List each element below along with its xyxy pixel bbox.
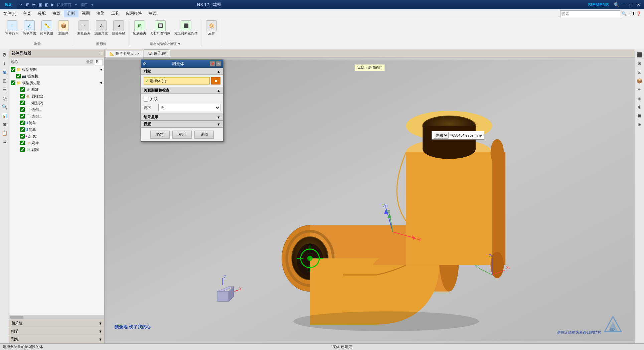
right-sb-icon3[interactable]: ⊡: [636, 68, 644, 76]
closed-space-btn[interactable]: ⬛ 完全封闭空间体: [173, 20, 199, 36]
left-sb-link-icon[interactable]: ⊕: [1, 120, 9, 128]
dlg-section-object[interactable]: 对象 ▲: [141, 68, 223, 75]
tree-row-law[interactable]: ⊞ 规律: [9, 140, 104, 146]
qa-more-icon[interactable]: ☰: [32, 2, 36, 7]
right-sb-icon7[interactable]: ⊕: [636, 103, 644, 111]
tree-check-edge1[interactable]: [20, 107, 25, 112]
tree-expand-model-view[interactable]: ▼: [100, 68, 103, 71]
tree-row-rect[interactable]: □ 矩形(2): [9, 100, 104, 106]
simple-angle-btn[interactable]: ∠ 筒单角度: [21, 20, 37, 36]
right-sb-icon6[interactable]: ◈: [636, 94, 644, 102]
menu-home[interactable]: 主页: [20, 10, 34, 17]
qa-extra-icon[interactable]: ▶: [51, 2, 54, 7]
qa-copy-icon[interactable]: ⊞: [26, 2, 29, 7]
tree-row-simple2[interactable]: U 简单: [9, 126, 104, 133]
dlg-requirement-select[interactable]: 无: [158, 104, 220, 111]
right-sb-icon8[interactable]: ▣: [636, 112, 644, 120]
close-button[interactable]: ✕: [635, 2, 641, 7]
tree-row-edge2[interactable]: ⌒ 边倒...: [9, 113, 104, 120]
measure-angle-btn[interactable]: ∠ 测量角度: [93, 20, 109, 36]
tree-row-edge1[interactable]: ⌒ 边倒...: [9, 106, 104, 113]
tree-check-rect[interactable]: [20, 101, 25, 105]
tree-row-simple1[interactable]: U 简单: [9, 120, 104, 126]
measure-radius-btn[interactable]: ⌀ 层部半径: [111, 20, 127, 36]
right-sb-icon5[interactable]: ✏: [636, 85, 644, 94]
pn-search-input[interactable]: [95, 59, 103, 65]
menu-tools[interactable]: 工具: [108, 10, 123, 17]
menu-view[interactable]: 视图: [78, 10, 93, 17]
dlg-associate-check[interactable]: [144, 97, 148, 102]
tree-row-point[interactable]: + 点 (0): [9, 133, 104, 140]
measure-distance-btn[interactable]: ↔ 测量距离: [76, 20, 92, 36]
tree-check-simple1[interactable]: [20, 121, 25, 125]
left-sb-search-icon[interactable]: 🔍: [1, 103, 9, 111]
pn-accordion-preview[interactable]: 预览 ▼: [9, 335, 104, 343]
pn-hscroll-thumb[interactable]: [10, 316, 23, 319]
right-sb-icon2[interactable]: ⊕: [636, 59, 644, 67]
tab-part1[interactable]: 📐 拐角卡座.prt ✕: [106, 50, 143, 57]
minimize-button[interactable]: —: [621, 2, 627, 7]
tree-check-point[interactable]: [20, 134, 25, 139]
tree-row-camera[interactable]: 📷 摄像机: [9, 73, 104, 79]
tree-check-law[interactable]: [20, 141, 25, 145]
tree-check-copy[interactable]: [20, 147, 25, 152]
left-sb-arrow-icon[interactable]: ↕: [1, 59, 9, 67]
tree-row-datum[interactable]: ⊕ 基准: [9, 86, 104, 93]
pn-accordion-detail[interactable]: 细节 ▼: [9, 327, 104, 335]
pn-maximize-icon[interactable]: □: [100, 51, 102, 56]
extend-distance-btn[interactable]: ⊞ 延展距离: [132, 20, 148, 36]
measure-dialog-close-btn[interactable]: ✕: [216, 61, 221, 66]
tree-check-model-view[interactable]: [11, 67, 15, 72]
tree-check-cylinder[interactable]: [20, 94, 25, 99]
dlg-object-type-icon[interactable]: ■: [211, 77, 220, 84]
measure-dialog-title[interactable]: ⟳ 测量体 📌 ✕: [141, 60, 223, 68]
tree-row-copy[interactable]: ⊟ 副制: [9, 146, 104, 153]
qa-split-icon[interactable]: ◧: [45, 2, 48, 7]
dlg-apply-btn[interactable]: 应用: [172, 131, 192, 139]
tree-check-camera[interactable]: [16, 74, 21, 78]
dlg-section-assoc[interactable]: 关联测量和检查 ▲: [141, 87, 223, 94]
tree-row-history[interactable]: 📁 模型历史记 ▼: [9, 79, 104, 86]
tree-row-cylinder[interactable]: ◎ 圆柱(1): [9, 93, 104, 100]
left-sb-chart-icon[interactable]: 📊: [1, 112, 9, 120]
simple-distance-btn[interactable]: ↔ 筒单距离: [4, 20, 20, 36]
tree-row-model-view[interactable]: 📁 模型视图 ▼: [9, 66, 104, 73]
tree-check-history[interactable]: [11, 80, 15, 85]
dlg-cancel-btn[interactable]: 取消: [194, 131, 214, 139]
measure-type-select[interactable]: 体积: [434, 132, 449, 139]
menu-extra-btn1[interactable]: □: [628, 11, 630, 16]
maximize-button[interactable]: □: [628, 2, 634, 7]
reflect-btn[interactable]: 🔆 反射: [204, 20, 219, 36]
right-sb-icon9[interactable]: ⊞: [636, 120, 644, 128]
left-sb-add-icon[interactable]: ⊕: [1, 68, 9, 76]
qa-window-icon[interactable]: ▣: [38, 2, 42, 7]
left-sb-target-icon[interactable]: ◎: [1, 94, 9, 102]
pn-hscroll[interactable]: [9, 315, 104, 319]
left-sb-minus-icon[interactable]: ⊡: [1, 77, 9, 85]
menu-curve2[interactable]: 曲线: [145, 10, 160, 17]
measure-body-btn[interactable]: 📦 测量体: [56, 20, 71, 36]
right-sb-icon4[interactable]: 📦: [636, 77, 644, 85]
printable-space-btn[interactable]: 🔲 可打印空间体: [149, 20, 172, 36]
tree-check-simple2[interactable]: [20, 127, 25, 132]
left-sb-list-icon[interactable]: ☰: [1, 85, 9, 94]
dlg-selection-input[interactable]: ✓ 选择体 (1): [144, 77, 210, 84]
menu-analysis[interactable]: 分析: [64, 10, 78, 17]
search-btn-icon[interactable]: 🔍: [622, 11, 627, 16]
menu-modules[interactable]: 应用模块: [123, 10, 145, 17]
menu-render[interactable]: 渲染: [93, 10, 108, 17]
tab-part1-close[interactable]: ✕: [137, 52, 140, 55]
menu-curve[interactable]: 曲线: [49, 10, 64, 17]
left-sb-settings-icon[interactable]: ⚙: [1, 51, 9, 59]
menu-help-btn[interactable]: ❓: [636, 11, 641, 16]
tree-check-edge2[interactable]: [20, 114, 25, 119]
qa-cut-icon[interactable]: ✂: [20, 2, 23, 7]
menu-extra-btn2[interactable]: ⬆: [632, 11, 635, 16]
simple-length-btn[interactable]: 📏 筒单长度: [39, 20, 55, 36]
tree-expand-history[interactable]: ▼: [100, 81, 103, 85]
measure-dialog-pin-btn[interactable]: 📌: [210, 61, 215, 66]
menu-file[interactable]: 文件(F): [0, 10, 20, 17]
left-sb-stack-icon[interactable]: ≡: [1, 138, 9, 146]
menu-assembly[interactable]: 装配: [34, 10, 49, 17]
dlg-section-result[interactable]: 结果显示 ▼: [141, 114, 223, 121]
